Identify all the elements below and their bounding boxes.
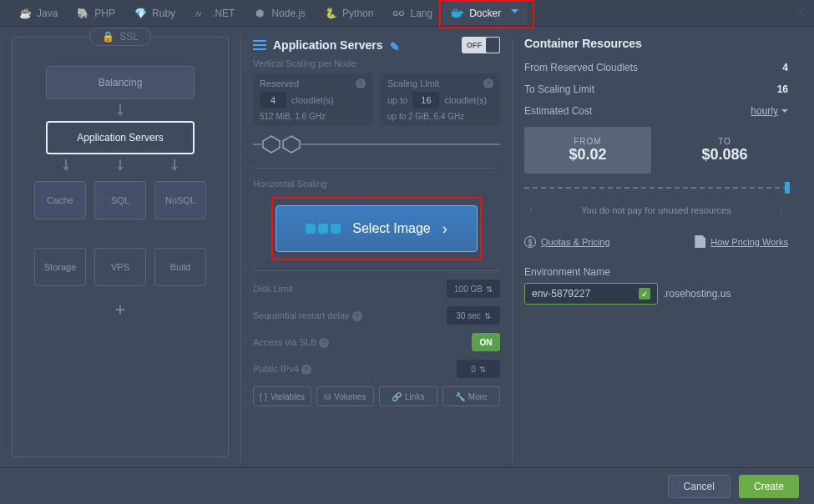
reserved-stepper[interactable]: 4 (260, 92, 286, 108)
seq-restart-value[interactable]: 30 sec⇅ (447, 306, 500, 325)
arrow-down-icon (170, 159, 179, 171)
tab-label: Node.js (271, 8, 306, 19)
braces-icon: { } (260, 392, 267, 401)
arrow-down-icon (116, 159, 124, 171)
stepper-icon: ⇅ (486, 285, 493, 294)
ssl-toggle[interactable]: 🔒 SSL (89, 28, 151, 46)
svg-marker-2 (283, 136, 300, 153)
volume-icon: ⛁ (324, 392, 331, 401)
layer-cache[interactable]: Cache (34, 181, 86, 219)
tab-label: .NET (212, 8, 235, 19)
chevron-down-icon[interactable] (511, 9, 519, 18)
env-domain: .rosehosting.us (663, 288, 731, 300)
help-icon[interactable]: ? (483, 78, 493, 88)
variables-button[interactable]: { }Variables (253, 386, 311, 406)
horizontal-scaling-label: Horizontal Scaling (253, 168, 500, 189)
estimated-label: Estimated Cost (524, 105, 592, 117)
ruby-icon: 💎 (134, 7, 147, 20)
create-button[interactable]: Create (739, 475, 799, 498)
menu-icon (253, 40, 266, 50)
more-button[interactable]: 🔧More (442, 386, 501, 406)
cost-from-value: $0.02 (524, 146, 651, 164)
tab-python[interactable]: 🐍Python (316, 2, 382, 25)
layer-vps[interactable]: VPS (94, 248, 146, 286)
help-icon[interactable]: ? (356, 78, 366, 88)
section-toggle[interactable]: OFF (462, 37, 500, 53)
tab-nodejs[interactable]: ⬢Node.js (245, 2, 314, 25)
arrow-down-icon (116, 104, 124, 116)
period-dropdown[interactable]: hourly (751, 105, 788, 117)
public-ipv4-value[interactable]: 0⇅ (457, 360, 500, 378)
svg-marker-1 (263, 136, 280, 153)
from-reserved-label: From Reserved Cloudlets (524, 62, 638, 73)
close-icon[interactable]: ✕ (795, 5, 806, 21)
topology-panel: 🔒 SSL Balancing Application Servers Cach… (12, 37, 229, 457)
tab-ruby[interactable]: 💎Ruby (125, 2, 184, 25)
help-icon[interactable]: ? (352, 311, 362, 321)
help-icon[interactable]: ? (319, 338, 329, 348)
platform-tabs: ☕Java 🐘PHP 💎Ruby .N.NET ⬢Node.js 🐍Python… (0, 0, 814, 27)
tab-java[interactable]: ☕Java (10, 2, 66, 25)
cost-to-value: $0.086 (661, 146, 788, 164)
go-icon: GO (392, 7, 405, 20)
cube-label: Storage (44, 262, 77, 272)
reserved-label: Reserved (260, 78, 299, 88)
access-slb-label: Access via SLB (253, 337, 316, 347)
links-button[interactable]: 🔗Links (379, 386, 437, 406)
tab-docker[interactable]: Docker (442, 2, 528, 25)
layer-storage[interactable]: Storage (34, 248, 86, 286)
env-name-input[interactable]: env-5879227 ✓ (524, 283, 658, 305)
wrench-icon: 🔧 (455, 392, 465, 401)
add-layer-button[interactable]: ＋ (24, 298, 216, 320)
tab-label: Python (342, 8, 373, 19)
cancel-button[interactable]: Cancel (668, 475, 731, 498)
limit-stepper[interactable]: 16 (412, 92, 439, 108)
tab-dotnet[interactable]: .N.NET (185, 2, 243, 25)
quotas-link[interactable]: $Quotas & Pricing (524, 235, 610, 248)
to-limit-value: 16 (777, 83, 788, 95)
java-icon: ☕ (18, 7, 32, 20)
lock-icon: 🔒 (102, 31, 114, 43)
edit-icon[interactable]: ✎ (390, 40, 400, 50)
tab-label: Ruby (152, 8, 175, 19)
layer-build[interactable]: Build (154, 248, 206, 286)
info-next[interactable]: › (775, 204, 788, 216)
tab-label: Docker (469, 8, 501, 19)
stepper-icon: ⇅ (479, 365, 486, 374)
resources-title: Container Resources (524, 37, 788, 50)
layer-label: Application Servers (77, 132, 163, 144)
dollar-icon: $ (524, 236, 536, 248)
cloudlet-slider[interactable] (253, 134, 500, 154)
limit-unit: cloudlet(s) (444, 95, 487, 105)
section-title: Application Servers (273, 38, 383, 52)
pricing-help-link[interactable]: How Pricing Works (695, 235, 788, 248)
access-slb-toggle[interactable]: ON (472, 333, 500, 351)
public-ipv4-label: Public IPv4 (253, 364, 299, 374)
cube-label: NoSQL (165, 195, 195, 205)
document-icon (695, 235, 705, 248)
hex-icon (281, 134, 301, 154)
disk-limit-value[interactable]: 100 GB⇅ (447, 280, 500, 298)
check-icon: ✓ (639, 288, 650, 300)
cube-label: Build (170, 262, 190, 272)
reserved-spec: 512 MiB, 1.6 GHz (260, 112, 366, 121)
help-icon[interactable]: ? (301, 365, 311, 375)
cost-to: TO$0.086 (661, 127, 788, 174)
disk-limit-label: Disk Limit (253, 284, 293, 294)
stepper-icon: ⇅ (484, 311, 491, 320)
dotnet-icon: .N (194, 7, 207, 20)
layer-app-servers[interactable]: Application Servers (46, 121, 195, 154)
limit-box: Scaling Limit? up to16cloudlet(s) up to … (381, 73, 500, 126)
env-name-label: Environment Name (524, 266, 788, 278)
layer-nosql[interactable]: NoSQL (154, 181, 206, 219)
volumes-button[interactable]: ⛁Volumes (316, 386, 375, 406)
layer-balancing[interactable]: Balancing (46, 66, 195, 99)
cost-separator (524, 187, 788, 189)
pricing-info: You do not pay for unused resources (581, 199, 731, 222)
chevron-down-icon (781, 109, 788, 113)
layer-sql[interactable]: SQL (94, 181, 146, 219)
cost-from: FROM$0.02 (524, 127, 651, 174)
tab-php[interactable]: 🐘PHP (68, 2, 124, 25)
tab-golang[interactable]: GOLang (383, 2, 441, 25)
info-prev[interactable]: ‹ (524, 204, 538, 216)
